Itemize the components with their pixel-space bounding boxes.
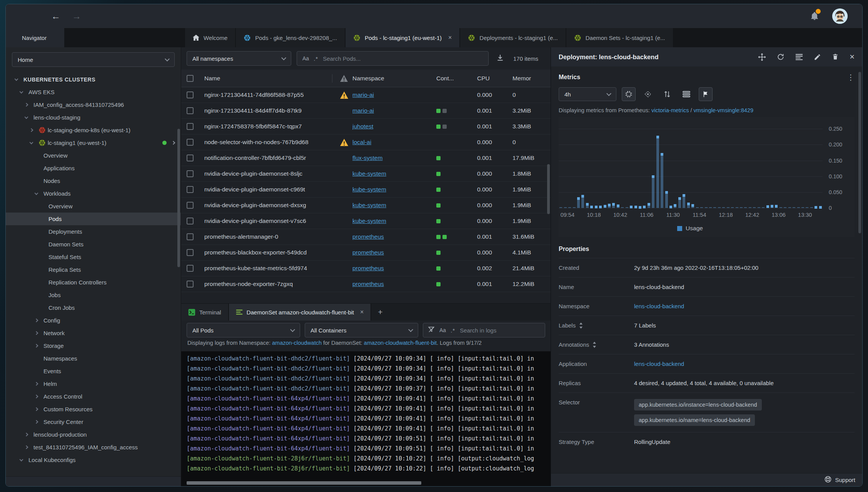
sidebar-item-applications[interactable]: Applications	[6, 162, 181, 175]
column-memory[interactable]: Memor	[512, 75, 545, 82]
namespace-link[interactable]: kube-system	[352, 202, 386, 208]
tab-close-icon[interactable]: ×	[448, 34, 452, 41]
namespace-link[interactable]: kube-system	[352, 186, 386, 193]
row-checkbox[interactable]	[187, 91, 194, 98]
property-value-link[interactable]: lens-cloud-backend	[634, 303, 684, 309]
table-row-nginx-1721304411-84d4ff7d4b-87tk9[interactable]: nginx-1721304411-84d4ff7d4b-87tk9mario-a…	[181, 103, 551, 119]
tab-daemon-sets-lc-staging1-e[interactable]: Daemon Sets - lc-staging1 (e...	[566, 28, 674, 47]
dock-add-tab-button[interactable]: +	[371, 304, 389, 321]
logs-lines-icon[interactable]	[795, 53, 803, 60]
row-checkbox[interactable]	[187, 249, 194, 256]
prometheus-endpoint-link[interactable]: vmsingle-vmsingle:8429	[694, 107, 754, 113]
sidebar-item-iam-config-access-841310725496[interactable]: IAM_config_access-841310725496	[6, 98, 181, 111]
pod-name[interactable]: notification-controller-7bfbfd6479-cbl5r	[204, 155, 332, 161]
pods-search-input[interactable]: Aa .* Search Pods...	[297, 51, 489, 66]
delete-trash-icon[interactable]	[832, 53, 839, 61]
row-checkbox[interactable]	[187, 218, 194, 224]
pod-name[interactable]: nvidia-device-plugin-daemonset-8sljc	[204, 170, 332, 177]
row-checkbox[interactable]	[187, 139, 194, 146]
download-icon[interactable]	[496, 54, 504, 63]
match-case-icon[interactable]: Aa	[439, 327, 446, 333]
row-checkbox[interactable]	[187, 281, 194, 288]
dock-tab-terminal[interactable]: Terminal	[181, 304, 229, 321]
flag-icon[interactable]	[699, 87, 713, 101]
sidebar-item-storage[interactable]: Storage	[6, 339, 181, 352]
sidebar-item-lens-cloud-staging[interactable]: lens-cloud-staging	[6, 111, 181, 124]
catalog-select[interactable]: Home	[12, 52, 175, 67]
selector-pill[interactable]: app.kubernetes.io/instance=lens-cloud-ba…	[634, 399, 762, 411]
column-warnings[interactable]	[336, 75, 352, 82]
sidebar-item-workloads[interactable]: Workloads	[6, 187, 181, 200]
table-row-prometheus-node-exporter-7zgxq[interactable]: prometheus-node-exporter-7zgxqprometheus…	[181, 276, 551, 292]
namespace-link[interactable]: kube-system	[352, 170, 386, 177]
namespace-link[interactable]: mario-ai	[352, 107, 374, 114]
kebab-menu-icon[interactable]: ⋮	[847, 73, 855, 82]
dock-tab-daemonset-amazon-cloudwatch-fluent-bit[interactable]: DaemonSet amazon-cloudwatch-fluent-bit×	[229, 304, 372, 321]
regex-icon[interactable]: .*	[314, 55, 318, 62]
sidebar-item-overview[interactable]: Overview	[6, 149, 181, 162]
pod-name[interactable]: prometheus-kube-state-metrics-5fd974	[204, 265, 332, 272]
namespace-link[interactable]: kube-system	[352, 218, 386, 224]
filter-funnel-icon[interactable]	[428, 326, 435, 334]
tag-icon[interactable]	[641, 87, 655, 101]
table-row-node-selector-with-no-nodes-767b9d68[interactable]: node-selector-with-no-nodes-767b9d68loca…	[181, 135, 551, 150]
sidebar-item-daemon-sets[interactable]: Daemon Sets	[6, 238, 181, 251]
pod-name[interactable]: nvidia-device-plugin-daemonset-c969t	[204, 186, 332, 193]
namespace-link[interactable]: prometheus	[352, 265, 384, 271]
column-cpu[interactable]: CPU	[477, 75, 512, 82]
sidebar-item-overview[interactable]: Overview	[6, 200, 181, 213]
table-row-notification-controller-7bfbfd6479-cbl5r[interactable]: notification-controller-7bfbfd6479-cbl5r…	[181, 150, 551, 166]
pod-name[interactable]: nginx-1721304411-84d4ff7d4b-87tk9	[204, 107, 332, 114]
sidebar-item-security-center[interactable]: Security Center	[6, 416, 181, 428]
sidebar-item-lenscloud-production[interactable]: lenscloud-production	[6, 428, 181, 441]
user-avatar[interactable]	[832, 8, 848, 24]
column-namespace[interactable]: Namespace	[352, 75, 436, 82]
column-containers[interactable]: Cont...	[436, 75, 477, 82]
sidebar-item-custom-resources[interactable]: Custom Resources	[6, 403, 181, 416]
row-checkbox[interactable]	[187, 170, 194, 177]
table-row-prometheus-kube-state-metrics-5fd974[interactable]: prometheus-kube-state-metrics-5fd974prom…	[181, 261, 551, 276]
tab-welcome[interactable]: Welcome	[185, 28, 236, 47]
table-row-nginx-1724758378-5fb6f5847c-tqpx7[interactable]: nginx-1724758378-5fb6f5847c-tqpx7juhotes…	[181, 119, 551, 135]
row-checkbox[interactable]	[187, 155, 194, 161]
drawer-scrollbar[interactable]	[858, 72, 861, 233]
tab-close-icon[interactable]: ×	[360, 309, 364, 316]
regex-icon[interactable]: .*	[451, 327, 455, 334]
forward-button[interactable]: →	[72, 12, 81, 21]
back-button[interactable]: ←	[51, 12, 60, 21]
table-row-prometheus-alertmanager-0[interactable]: prometheus-alertmanager-0prometheus0.001…	[181, 229, 551, 245]
prometheus-source-link[interactable]: victoria-metrics	[651, 107, 689, 113]
namespace-link[interactable]: mario-ai	[352, 91, 374, 98]
pod-name[interactable]: nvidia-device-plugin-daemonset-v7sc6	[204, 218, 332, 224]
containers-filter-select[interactable]: All Containers	[305, 323, 418, 337]
namespace-link[interactable]: prometheus	[352, 249, 384, 256]
sidebar-item-test-841310725496-iam-config-access[interactable]: test_841310725496_IAM_config_access	[6, 441, 181, 454]
row-checkbox[interactable]	[187, 233, 194, 240]
edit-pencil-icon[interactable]	[814, 53, 821, 61]
sidebar-item-helm[interactable]: Helm	[6, 377, 181, 390]
selector-pill[interactable]: app.kubernetes.io/name=lens-cloud-backen…	[634, 414, 755, 426]
sidebar-item-deployments[interactable]: Deployments	[6, 225, 181, 238]
row-checkbox[interactable]	[187, 107, 194, 114]
sidebar-item-cron-jobs[interactable]: Cron Jobs	[6, 301, 181, 314]
sidebar-scrollbar[interactable]	[177, 129, 180, 267]
namespace-link[interactable]: juhotest	[352, 123, 373, 130]
table-row-prometheus-blackbox-exporter-549dcd[interactable]: prometheus-blackbox-exporter-549dcdprome…	[181, 245, 551, 261]
pod-name[interactable]: nginx-1721304411-74df86f588-87p55	[204, 91, 332, 98]
sidebar-item-access-control[interactable]: Access Control	[6, 390, 181, 403]
sidebar-item-lc-staging-demo-k8s-eu-west-1[interactable]: lc-staging-demo-k8s (eu-west-1)	[6, 124, 181, 136]
notifications-bell-icon[interactable]	[810, 11, 819, 21]
refresh-icon[interactable]	[777, 53, 785, 61]
row-checkbox[interactable]	[187, 186, 194, 193]
row-checkbox[interactable]	[187, 265, 194, 272]
namespace-link[interactable]: prometheus	[352, 233, 384, 240]
sidebar-item-replica-sets[interactable]: Replica Sets	[6, 263, 181, 276]
row-checkbox[interactable]	[187, 123, 194, 130]
sidebar-item-local-kubeconfigs[interactable]: Local Kubeconfigs	[6, 454, 181, 466]
support-button[interactable]: Support	[835, 477, 855, 483]
sidebar-item-events[interactable]: Events	[6, 365, 181, 377]
namespace-link[interactable]: prometheus	[352, 281, 384, 287]
chart-legend[interactable]: Usage	[559, 225, 821, 232]
log-output[interactable]: [amazon-cloudwatch-fluent-bit-dhdc2/flue…	[181, 351, 551, 480]
close-icon[interactable]: ×	[850, 53, 855, 61]
